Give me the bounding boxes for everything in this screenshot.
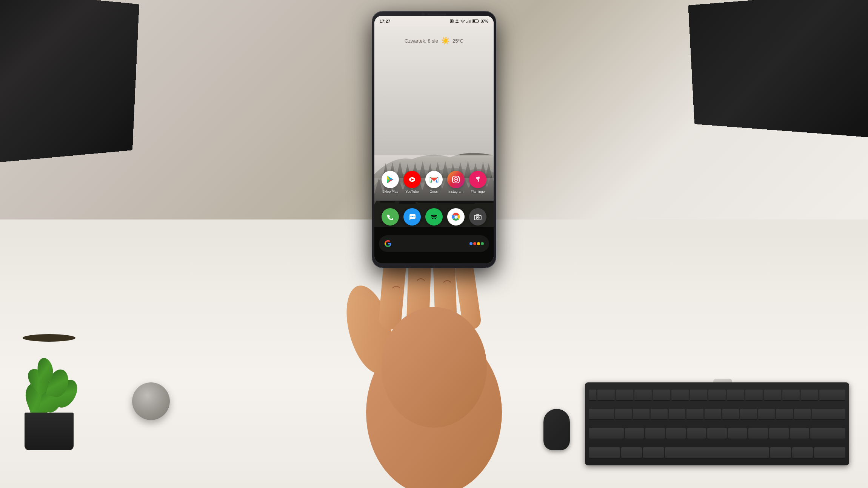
app-youtube[interactable]: YouTube: [402, 171, 422, 193]
app-camera[interactable]: [468, 208, 488, 226]
svg-point-59: [385, 212, 395, 222]
app-instagram[interactable]: Instagram: [446, 171, 466, 193]
dot-red: [473, 242, 476, 245]
app-row-2: [374, 208, 494, 226]
battery-percentage: 37%: [481, 19, 488, 23]
status-bar: 17:27: [374, 16, 494, 26]
svg-point-55: [455, 179, 457, 180]
instagram-label: Instagram: [448, 190, 463, 193]
gmail-label: Gmail: [429, 190, 439, 193]
svg-rect-40: [451, 20, 452, 22]
front-camera: [422, 13, 425, 16]
screenshot-icon: [450, 19, 454, 23]
wallpaper: [374, 16, 494, 263]
app-gmail[interactable]: Gmail: [424, 171, 444, 193]
dot-yellow: [477, 242, 480, 245]
dot-blue: [469, 242, 472, 245]
upload-icon: [455, 19, 459, 23]
play-store-icon[interactable]: [382, 171, 399, 188]
weather-widget: Czwartek, 8 sie ☀️ 25°C: [374, 37, 494, 45]
youtube-icon[interactable]: [403, 171, 421, 188]
gmail-icon[interactable]: [425, 171, 443, 188]
flamingo-label: Flamingo: [471, 190, 485, 193]
google-g-letter: [384, 240, 392, 247]
phone-body: 17:27: [372, 11, 496, 268]
svg-rect-48: [478, 21, 479, 22]
svg-rect-45: [469, 20, 469, 23]
wifi-icon: [460, 19, 465, 23]
app-messages[interactable]: [402, 208, 422, 226]
svg-point-69: [455, 216, 457, 218]
dot-green: [481, 242, 484, 245]
svg-rect-44: [468, 21, 468, 23]
messages-icon[interactable]: [403, 208, 421, 226]
spotify-icon[interactable]: [425, 208, 443, 226]
weather-date: Czwartek, 8 sie: [405, 38, 438, 44]
weather-temperature: 25°C: [452, 38, 463, 44]
google-home-speaker: [132, 382, 170, 420]
youtube-label: YouTube: [405, 190, 419, 193]
status-time: 17:27: [380, 19, 390, 23]
phone-device: 17:27: [372, 11, 496, 268]
svg-point-58: [478, 176, 480, 178]
svg-point-42: [462, 23, 463, 23]
app-chrome[interactable]: [446, 208, 466, 226]
app-play-store[interactable]: Sklep Play: [380, 171, 400, 193]
monitor-right: [688, 0, 868, 138]
svg-point-62: [412, 216, 413, 217]
flamingo-icon[interactable]: [469, 171, 486, 188]
svg-rect-41: [456, 22, 459, 23]
keyboard: [585, 382, 849, 465]
svg-point-73: [477, 217, 479, 218]
weather-sun-icon: ☀️: [441, 37, 449, 45]
instagram-icon[interactable]: [447, 171, 465, 188]
phone-camera-area: [422, 13, 446, 16]
phone-app-icon[interactable]: [382, 208, 399, 226]
signal-icon: [466, 19, 471, 23]
app-flamingo[interactable]: Flamingo: [468, 171, 488, 193]
svg-rect-43: [466, 22, 467, 23]
google-assistant-dots[interactable]: [469, 242, 484, 245]
svg-point-6: [381, 307, 487, 428]
svg-rect-49: [473, 20, 475, 22]
chrome-icon[interactable]: [447, 208, 465, 226]
earpiece-speaker: [428, 14, 446, 15]
app-row-1: Sklep Play YouTube: [374, 171, 494, 193]
svg-point-63: [414, 216, 415, 217]
battery-icon: [472, 19, 479, 23]
computer-mouse: [543, 409, 570, 450]
svg-point-56: [458, 176, 459, 178]
google-search-bar[interactable]: [379, 235, 489, 252]
phone-screen: 17:27: [374, 16, 494, 263]
svg-point-61: [411, 216, 412, 217]
status-icons: 37%: [450, 19, 488, 23]
svg-point-74: [480, 216, 480, 216]
camera-icon[interactable]: [469, 208, 486, 226]
monitor-left: [0, 0, 139, 163]
app-spotify[interactable]: [424, 208, 444, 226]
plant: [11, 337, 87, 450]
app-phone[interactable]: [380, 208, 400, 226]
svg-rect-46: [470, 20, 471, 23]
play-store-label: Sklep Play: [382, 190, 399, 193]
